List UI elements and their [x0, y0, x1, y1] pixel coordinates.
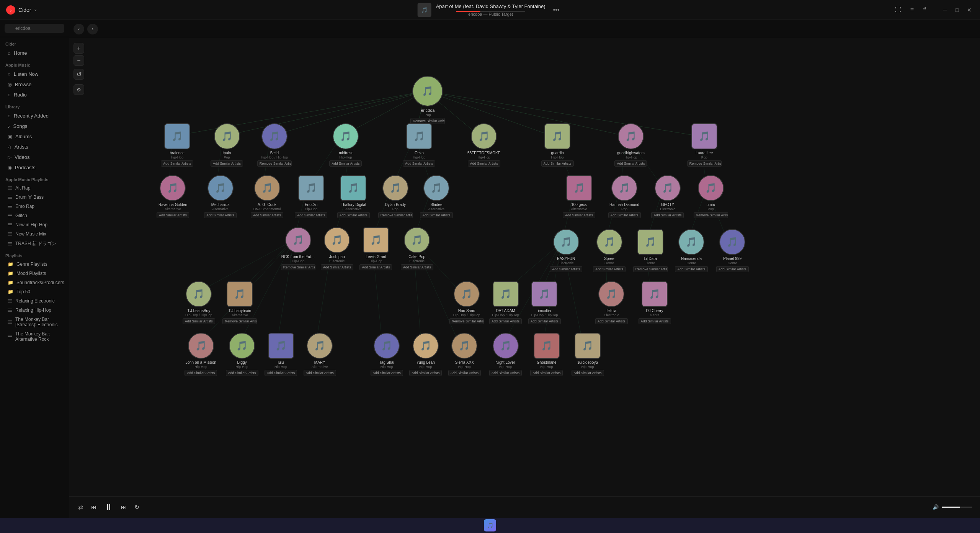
zoom-in-button[interactable]: + [74, 43, 84, 54]
artist-action-button[interactable]: Add Similar Artists [204, 212, 237, 218]
artist-node-Spree[interactable]: 🎵SpreeGenreAdd Similar Artists [592, 229, 627, 272]
artist-node-Lewis Grant[interactable]: 🎵Lewis GrantHip-HopAdd Similar Artists [359, 227, 393, 270]
artist-action-button[interactable]: Add Similar Artists [403, 160, 435, 167]
artist-node-Setid[interactable]: 🎵SetidHip-Hop / HipHopRemove Similar Art… [257, 123, 292, 167]
artist-node-Oeko[interactable]: 🎵OekoHip-HopAdd Similar Artists [402, 123, 436, 167]
sidebar-item-recently-added[interactable]: ○ Recently Added [2, 111, 67, 121]
artist-action-button[interactable]: Add Similar Artists [489, 318, 522, 324]
artist-action-button[interactable]: Remove Similar Artists [281, 264, 315, 270]
artist-node-T.J.babybrain[interactable]: 🎵T.J.babybrainAlternativeRemove Similar … [222, 281, 257, 324]
sidebar-item-new-hip-hop[interactable]: New in Hip-Hop [2, 220, 67, 229]
artist-action-button[interactable]: Add Similar Artists [185, 370, 217, 376]
artist-action-button[interactable]: Add Similar Artists [608, 212, 641, 218]
artist-node-Planet 999[interactable]: 🎵Planet 999GenreAdd Similar Artists [715, 229, 750, 272]
artist-action-button[interactable]: Add Similar Artists [563, 212, 595, 218]
artist-node-Nao Sano[interactable]: 🎵Nao SanoHip-Hop / HipHopRemove Similar … [449, 281, 484, 324]
repeat-button[interactable]: ↻ [133, 502, 141, 512]
artist-node-lulu[interactable]: 🎵luluHip-HopAdd Similar Artists [264, 333, 298, 376]
artist-action-button[interactable]: Add Similar Artists [329, 160, 362, 167]
artist-action-button[interactable]: Add Similar Artists [359, 264, 392, 270]
artist-action-button[interactable]: Add Similar Artists [161, 160, 193, 167]
previous-button[interactable]: ⏮ [89, 502, 98, 512]
sidebar-item-mood-playlists[interactable]: 📁 Mood Playlists [2, 269, 67, 278]
artist-node-Dylan Brady[interactable]: 🎵Dylan BradyPopRemove Similar Artists [378, 175, 413, 218]
artist-node-T.J.beansBoy[interactable]: 🎵T.J.beansBoyHip-Hop / HipHopAdd Similar… [181, 281, 216, 324]
artist-node-braience[interactable]: 🎵braienceHip-HopAdd Similar Artists [160, 123, 194, 167]
sidebar-item-relaxing-electronic[interactable]: Relaxing Electronic [2, 296, 67, 306]
artist-action-button[interactable]: Add Similar Artists [593, 266, 626, 272]
expand-button[interactable]: ⛶ [893, 5, 903, 15]
artist-action-button[interactable]: Add Similar Artists [157, 212, 189, 218]
artist-action-button[interactable]: Add Similar Artists [211, 160, 243, 167]
artist-node-midtrest[interactable]: 🎵midtrestHip-HopAdd Similar Artists [328, 123, 363, 167]
artist-action-button[interactable]: Add Similar Artists [614, 160, 647, 167]
artist-action-button[interactable]: Remove Similar Artists [687, 160, 722, 167]
play-pause-button[interactable]: ⏸ [103, 501, 114, 514]
artist-node-DAT ADAM[interactable]: 🎵DAT ADAMHip-Hop / HipHopAdd Similar Art… [488, 281, 523, 324]
artist-node-Hannah Diamond[interactable]: 🎵Hannah DiamondPopAdd Similar Artists [607, 175, 642, 218]
sidebar-item-emo-rap[interactable]: Emo Rap [2, 202, 67, 211]
artist-action-button[interactable]: Add Similar Artists [304, 370, 336, 376]
artist-action-button[interactable]: Add Similar Artists [530, 370, 563, 376]
taskbar-icon-cider[interactable]: 🎵 [484, 519, 496, 531]
zoom-reset-button[interactable]: ↺ [74, 69, 84, 80]
artist-action-button[interactable]: Add Similar Artists [371, 370, 403, 376]
close-button[interactable]: ✕ [965, 5, 974, 15]
artist-node-EASYFUN[interactable]: 🎵EASYFUNElectronicAdd Similar Artists [549, 229, 583, 272]
artist-node-Bladee[interactable]: 🎵BladeeAlternativeAdd Similar Artists [419, 175, 454, 218]
sidebar-item-artists[interactable]: ♫ Artists [2, 142, 67, 152]
sidebar-item-new-music-mix[interactable]: New Music Mix [2, 229, 67, 239]
artist-node-A. G. Cook[interactable]: 🎵A. G. CookDNAExperimentalAdd Similar Ar… [250, 175, 284, 218]
sidebar-item-relaxing-hiphop[interactable]: Relaxing Hip-Hop [2, 306, 67, 315]
artist-action-button[interactable]: Add Similar Artists [639, 318, 671, 324]
volume-slider[interactable] [942, 507, 972, 508]
minimize-button[interactable]: ─ [940, 5, 949, 15]
artist-action-button[interactable]: Add Similar Artists [401, 264, 433, 270]
artist-action-button[interactable]: Remove Similar Artists [222, 318, 257, 324]
zoom-out-button[interactable]: − [74, 55, 84, 66]
artist-node-Mechanick[interactable]: 🎵MechanickAlternativeAdd Similar Artists [203, 175, 238, 218]
sidebar-item-videos[interactable]: ▷ Videos [2, 152, 67, 162]
artist-node-Cake Pop[interactable]: 🎵Cake PopElectronicAdd Similar Artists [400, 227, 434, 270]
artist-node-imcoltia[interactable]: 🎵imcoltiaHip-Hop / HipHopAdd Similar Art… [527, 281, 562, 324]
sidebar-item-songs[interactable]: ♪ Songs [2, 121, 67, 131]
sidebar-item-genre-playlists[interactable]: 📁 Genre Playlists [2, 260, 67, 269]
artist-node-NCK from the Future[interactable]: 🎵NCK from the FutureHip-HopRemove Simila… [281, 227, 315, 270]
artist-action-button[interactable]: Add Similar Artists [251, 212, 283, 218]
artist-action-button[interactable]: Add Similar Artists [321, 264, 353, 270]
artist-node-Biggy[interactable]: 🎵BiggyHip-HopAdd Similar Artists [225, 333, 259, 376]
sidebar-item-monkey-bar-rock[interactable]: The Monkey Bar: Alternative Rock [2, 329, 67, 344]
artist-node-Namasenda[interactable]: 🎵NamasendaGenreAdd Similar Artists [674, 229, 709, 272]
artist-action-button[interactable]: Add Similar Artists [651, 212, 684, 218]
artist-action-button[interactable]: Add Similar Artists [226, 370, 258, 376]
artist-node-ericdoa[interactable]: 🎵ericdoaPopRemove Similar Artists [410, 76, 445, 124]
artist-action-button[interactable]: Add Similar Artists [468, 160, 500, 167]
sidebar-item-glitch[interactable]: Glitch [2, 211, 67, 220]
artist-action-button[interactable]: Add Similar Artists [550, 266, 582, 272]
artist-node-53FEETOFSMOKE[interactable]: 🎵53FEETOFSMOKEHip-HopAdd Similar Artists [467, 123, 501, 167]
sidebar-item-top50[interactable]: 📁 Top 50 [2, 287, 67, 296]
graph-settings-button[interactable]: ⚙ [74, 84, 84, 95]
search-input[interactable] [5, 24, 64, 33]
artist-action-button[interactable]: Add Similar Artists [337, 212, 370, 218]
nav-back-button[interactable]: ‹ [74, 24, 84, 34]
list-button[interactable]: ≡ [909, 5, 915, 15]
artist-action-button[interactable]: Add Similar Artists [448, 370, 481, 376]
sidebar-item-soundtracks[interactable]: 📁 Soundtracks/Producers [2, 278, 67, 287]
artist-node-Lil Data[interactable]: 🎵Lil DataGenreRemove Similar Artists [633, 229, 668, 272]
artist-node-Night Lovell[interactable]: 🎵Night LovellHip-HopAdd Similar Artists [488, 333, 523, 376]
now-playing-more-button[interactable]: ••• [550, 5, 563, 15]
sidebar-item-browse[interactable]: ◎ Browse [2, 79, 67, 90]
artist-action-button[interactable]: Add Similar Artists [541, 160, 574, 167]
artist-node-Yung Lean[interactable]: 🎵Yung LeanHip-HopAdd Similar Artists [408, 333, 443, 376]
artist-node-GFOTY[interactable]: 🎵GFOTYElectronicAdd Similar Artists [650, 175, 685, 218]
artist-action-button[interactable]: Add Similar Artists [528, 318, 561, 324]
artist-action-button[interactable]: Remove Similar Artists [378, 212, 413, 218]
sidebar-item-trash[interactable]: TRASH 新 ドラゴン [2, 239, 67, 249]
sidebar-item-listen-now[interactable]: ○ Listen Now [2, 69, 67, 79]
artist-action-button[interactable]: Add Similar Artists [716, 266, 749, 272]
artist-node-$uicideboy$[interactable]: 🎵$uicideboy$Hip-HopAdd Similar Artists [570, 333, 605, 376]
sidebar-item-home[interactable]: ⌂ Home [2, 48, 67, 58]
artist-node-John on a Mission[interactable]: 🎵John on a MissionHip-HopAdd Similar Art… [184, 333, 218, 376]
artist-action-button[interactable]: Remove Similar Artists [449, 318, 484, 324]
